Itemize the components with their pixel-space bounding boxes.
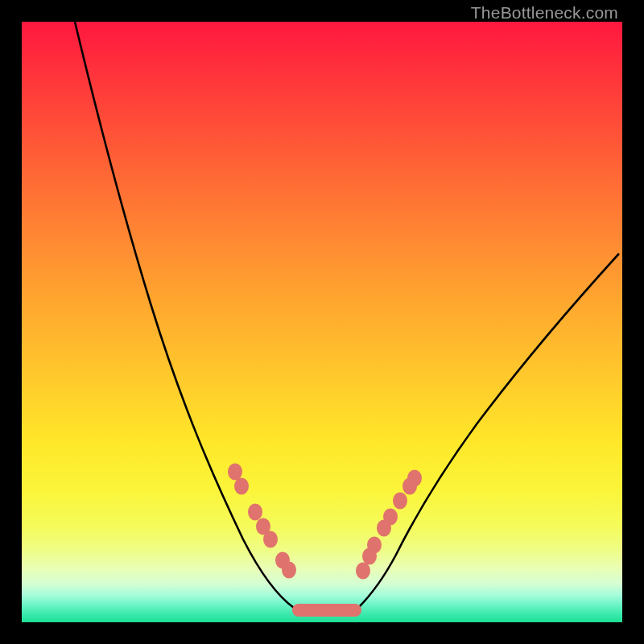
curve-layer: [22, 22, 622, 622]
valley-marker: [292, 604, 361, 617]
watermark-text: TheBottleneck.com: [471, 3, 618, 23]
plot-gradient-area: [22, 22, 622, 622]
curve-marker: [377, 520, 391, 537]
curve-marker: [263, 531, 278, 548]
right-curve: [358, 254, 619, 608]
curve-marker: [402, 478, 417, 495]
curve-marker: [356, 563, 370, 580]
curve-marker: [282, 562, 296, 579]
chart-frame: TheBottleneck.com: [0, 0, 644, 644]
curve-marker: [393, 493, 407, 510]
curve-marker: [234, 478, 249, 495]
